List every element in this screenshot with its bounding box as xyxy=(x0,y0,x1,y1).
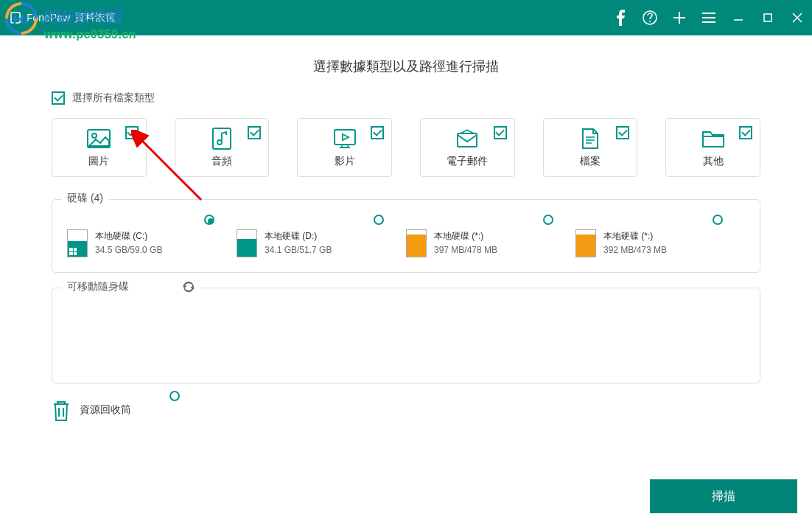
plus-icon[interactable] xyxy=(665,0,694,35)
type-label: 檔案 xyxy=(580,155,601,168)
audio-icon xyxy=(210,127,234,150)
disk-item[interactable]: 本地硬碟 (D:)34.1 GB/51.7 GB xyxy=(237,222,384,257)
maximize-button[interactable] xyxy=(753,0,783,35)
disk-info: 本地硬碟 (D:)34.1 GB/51.7 GB xyxy=(265,229,332,257)
refresh-icon[interactable] xyxy=(182,280,195,293)
watermark-logo: 四起软件园 www.pc0359.cn xyxy=(0,0,144,38)
type-label: 其他 xyxy=(703,155,724,168)
document-icon xyxy=(578,127,602,150)
folder-icon xyxy=(701,127,725,150)
type-label: 電子郵件 xyxy=(447,155,488,168)
type-label: 圖片 xyxy=(88,155,109,168)
image-icon xyxy=(87,127,111,150)
type-checkbox[interactable] xyxy=(739,126,752,139)
disk-info: 本地硬碟 (*:)397 MB/478 MB xyxy=(434,229,497,257)
watermark-ring-icon xyxy=(4,1,38,35)
disk-icon xyxy=(406,229,427,257)
disk-item[interactable]: 本地硬碟 (C:)34.5 GB/59.0 GB xyxy=(67,222,214,257)
disk-icon xyxy=(67,229,88,257)
disk-item[interactable]: 本地硬碟 (*:)397 MB/478 MB xyxy=(406,222,553,257)
type-card-email[interactable]: 電子郵件 xyxy=(420,118,515,177)
trash-icon xyxy=(52,398,71,422)
type-checkbox[interactable] xyxy=(371,126,384,139)
disk-info: 本地硬碟 (C:)34.5 GB/59.0 GB xyxy=(95,229,162,257)
type-checkbox[interactable] xyxy=(616,126,629,139)
type-label: 音頻 xyxy=(211,155,232,168)
help-icon[interactable] xyxy=(635,0,665,35)
recycle-bin-row[interactable]: 資源回收筒 xyxy=(52,398,760,422)
disk-radio[interactable] xyxy=(204,215,214,225)
type-card-image[interactable]: 圖片 xyxy=(52,118,147,177)
select-all-checkbox[interactable] xyxy=(52,91,65,105)
type-label: 影片 xyxy=(335,155,355,168)
svg-rect-9 xyxy=(458,133,477,147)
disk-item[interactable]: 本地硬碟 (*:)392 MB/473 MB xyxy=(575,222,723,257)
type-checkbox[interactable] xyxy=(494,126,507,139)
type-card-audio[interactable]: 音頻 xyxy=(175,118,270,177)
type-checkbox[interactable] xyxy=(248,126,261,139)
svg-point-2 xyxy=(649,21,651,22)
select-all-row[interactable]: 選擇所有檔案類型 xyxy=(52,91,760,105)
minimize-button[interactable] xyxy=(724,0,753,35)
watermark-text: 四起软件园 xyxy=(41,6,122,28)
scan-button[interactable]: 掃描 xyxy=(650,479,797,513)
disk-radio[interactable] xyxy=(374,215,384,225)
type-card-video[interactable]: 影片 xyxy=(297,118,392,177)
file-type-grid: 圖片 音頻 影片 電子郵件 檔案 xyxy=(52,118,760,177)
type-checkbox[interactable] xyxy=(125,126,139,139)
recycle-label: 資源回收筒 xyxy=(80,403,131,417)
disk-info: 本地硬碟 (*:)392 MB/473 MB xyxy=(603,229,667,257)
menu-icon[interactable] xyxy=(694,0,724,35)
disk-icon xyxy=(575,229,596,257)
disk-radio[interactable] xyxy=(543,215,553,225)
select-all-label: 選擇所有檔案類型 xyxy=(72,91,155,105)
video-icon xyxy=(333,127,357,150)
facebook-icon[interactable] xyxy=(606,0,635,35)
disks-legend: 硬碟 (4) xyxy=(61,192,109,205)
watermark-url: www.pc0359.cn xyxy=(44,28,136,41)
svg-point-5 xyxy=(92,133,97,138)
svg-rect-3 xyxy=(764,14,771,21)
disks-section: 硬碟 (4) 本地硬碟 (C:)34.5 GB/59.0 GB本地硬碟 (D:)… xyxy=(52,199,760,273)
type-card-document[interactable]: 檔案 xyxy=(543,118,638,177)
headline: 選擇數據類型以及路徑進行掃描 xyxy=(52,58,760,75)
type-card-other[interactable]: 其他 xyxy=(665,118,760,177)
email-icon xyxy=(455,127,479,150)
disk-icon xyxy=(237,229,257,257)
removable-section: 可移動隨身碟 xyxy=(52,288,760,383)
disk-radio[interactable] xyxy=(713,215,723,225)
close-button[interactable] xyxy=(783,0,812,35)
removable-legend: 可移動隨身碟 xyxy=(67,280,129,293)
svg-rect-8 xyxy=(335,130,355,145)
recycle-radio[interactable] xyxy=(169,391,180,401)
